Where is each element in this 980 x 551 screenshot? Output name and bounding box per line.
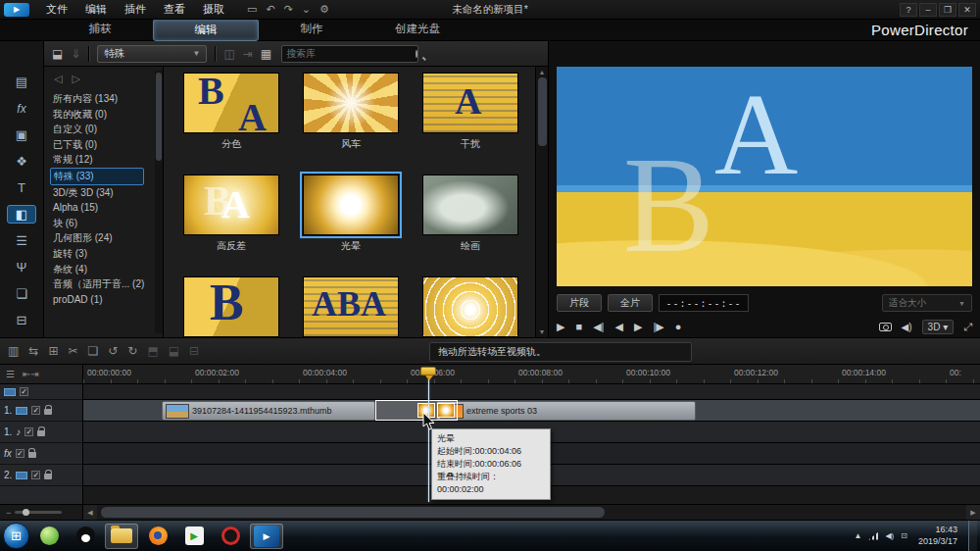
- menu-plugins[interactable]: 插件: [116, 2, 155, 17]
- category-stripes[interactable]: 条纹 (4): [50, 262, 163, 277]
- pip-room-icon[interactable]: ▣: [7, 125, 36, 144]
- tab-produce[interactable]: 制作: [259, 19, 365, 41]
- transition-thumb-glow[interactable]: [303, 175, 399, 235]
- transition-item-selected[interactable]: 光晕: [291, 175, 411, 269]
- taskbar-play-icon[interactable]: ▶: [177, 524, 211, 549]
- category-rotate[interactable]: 旋转 (3): [50, 246, 163, 262]
- subtitle-room-icon[interactable]: ⊟: [7, 311, 36, 329]
- magnet-snap-icon[interactable]: ⬓: [169, 344, 179, 358]
- track-list-icon[interactable]: ☰: [6, 369, 15, 379]
- menu-view[interactable]: 查看: [155, 2, 194, 17]
- capture-screen-icon[interactable]: ▭: [247, 3, 257, 16]
- scrollbar-thumb[interactable]: [538, 77, 547, 146]
- clip-mode-button[interactable]: 片段: [557, 294, 602, 312]
- transition-thumb-b[interactable]: B: [183, 276, 279, 337]
- network-icon[interactable]: [868, 532, 878, 540]
- show-desktop-button[interactable]: [968, 521, 977, 551]
- lock-icon[interactable]: [44, 474, 52, 479]
- category-special[interactable]: 特殊 (33): [50, 168, 144, 185]
- input-language-icon[interactable]: ⊡: [901, 531, 907, 540]
- transition-item[interactable]: [411, 276, 530, 337]
- lock-icon[interactable]: [28, 452, 36, 458]
- effect-room-icon[interactable]: fx: [7, 99, 36, 118]
- volume-icon[interactable]: ◀): [885, 531, 894, 540]
- previous-frame-button[interactable]: ◀|: [593, 321, 604, 333]
- undock-preview-icon[interactable]: ⤢: [963, 321, 972, 333]
- zoom-slider[interactable]: −: [0, 505, 83, 520]
- menu-file[interactable]: 文件: [37, 2, 76, 17]
- category-alpha[interactable]: Alpha (15): [50, 200, 163, 216]
- category-geometry[interactable]: 几何图形 (24): [50, 230, 163, 246]
- playhead-handle[interactable]: [420, 367, 436, 376]
- search-icon[interactable]: [416, 50, 417, 58]
- category-general[interactable]: 常规 (12): [50, 152, 163, 168]
- transition-thumb-paint[interactable]: [422, 175, 518, 235]
- transition-item[interactable]: 风车: [291, 73, 411, 167]
- transition-drop-target[interactable]: [375, 400, 458, 421]
- preview-quality-dropdown[interactable]: 适合大小 ▼: [882, 294, 972, 312]
- transition-item[interactable]: B A 分色: [172, 73, 291, 167]
- select-range-icon[interactable]: ⊞: [48, 344, 58, 358]
- record-dropdown-icon[interactable]: ⌄: [302, 3, 311, 16]
- zoom-out-icon[interactable]: −: [6, 508, 11, 518]
- grid-scrollbar[interactable]: ▲ ▼: [535, 67, 548, 337]
- trim-icon[interactable]: ❏: [88, 344, 99, 358]
- menu-edit[interactable]: 编辑: [76, 2, 116, 17]
- taskbar-firefox-icon[interactable]: [141, 524, 174, 549]
- taskbar-browser-icon[interactable]: [32, 524, 66, 549]
- transition-item[interactable]: B A 高反差: [172, 175, 291, 269]
- new-folder-icon[interactable]: ◫: [223, 47, 234, 61]
- import-media-icon[interactable]: ⬓: [52, 47, 63, 61]
- collapse-right-icon[interactable]: ▷: [72, 73, 79, 85]
- category-3d[interactable]: 3D/类 3D (34): [50, 185, 163, 201]
- category-all[interactable]: 所有内容 (134): [50, 91, 163, 107]
- lane-master[interactable]: [83, 384, 980, 400]
- tab-capture[interactable]: 捕获: [47, 19, 153, 41]
- track-enable-checkbox[interactable]: ✓: [16, 449, 24, 458]
- chapter-room-icon[interactable]: ❏: [7, 284, 36, 303]
- transition-room-icon[interactable]: ◧: [7, 205, 36, 224]
- category-audio[interactable]: 音频（适用于音... (2): [50, 276, 163, 292]
- play-button[interactable]: ▶: [557, 321, 564, 333]
- transition-item[interactable]: ABA: [291, 276, 411, 337]
- track-enable-checkbox[interactable]: ✓: [31, 471, 40, 479]
- timeline-ruler[interactable]: 00:00:00:00 00:00:02:00 00:00:04:00 00:0…: [83, 365, 980, 383]
- tray-expand-icon[interactable]: ▲: [855, 531, 862, 540]
- close-button[interactable]: ✕: [958, 3, 976, 17]
- start-button[interactable]: ⊞: [3, 523, 29, 549]
- track-enable-checkbox[interactable]: ✓: [20, 387, 28, 396]
- track-manager-icon[interactable]: ⬒: [147, 344, 158, 358]
- settings-gear-icon[interactable]: ⚙: [319, 3, 329, 16]
- movie-mode-button[interactable]: 全片: [608, 294, 653, 312]
- search-input[interactable]: [286, 48, 416, 59]
- timeline-clip-1[interactable]: 39107284-1411954415923.mthumb: [162, 401, 375, 421]
- minimize-button[interactable]: –: [919, 3, 937, 17]
- title-room-icon[interactable]: T: [7, 178, 36, 197]
- transition-item[interactable]: 绘画: [411, 175, 530, 269]
- ruler-options-icon[interactable]: ⇤⇥: [23, 369, 39, 379]
- transition-item[interactable]: A 干扰: [411, 73, 530, 167]
- storyboard-view-icon[interactable]: ⇆: [28, 344, 38, 358]
- collapse-left-icon[interactable]: ◁: [54, 73, 62, 85]
- media-room-icon[interactable]: ▤: [7, 73, 36, 91]
- marker-icon[interactable]: ⊟: [189, 344, 199, 358]
- help-button[interactable]: ?: [900, 3, 917, 17]
- taskbar-explorer-icon[interactable]: [105, 524, 138, 549]
- transition-thumb-contrast[interactable]: B A: [183, 175, 279, 235]
- volume-speaker-icon[interactable]: ◀): [902, 322, 912, 332]
- timeline-clip-2[interactable]: extreme sports 03: [436, 401, 696, 421]
- lock-icon[interactable]: [37, 430, 45, 436]
- scroll-up-icon[interactable]: ▲: [539, 67, 546, 77]
- transition-thumb-pinwheel[interactable]: [303, 73, 399, 133]
- redo-small-icon[interactable]: ↻: [127, 344, 137, 358]
- undo-small-icon[interactable]: ↺: [108, 344, 118, 358]
- category-prodad[interactable]: proDAD (1): [50, 292, 163, 308]
- next-frame-button[interactable]: |▶: [653, 321, 663, 333]
- split-clip-icon[interactable]: ✂: [68, 344, 77, 358]
- transition-thumb-swirl[interactable]: [422, 276, 518, 337]
- preview-timecode[interactable]: --:--:--:--: [659, 294, 749, 312]
- menu-capture[interactable]: 摄取: [194, 2, 233, 17]
- stop-button[interactable]: ■: [575, 321, 582, 332]
- step-back-button[interactable]: ◀: [614, 321, 622, 333]
- zoom-slider-thumb[interactable]: [23, 509, 29, 516]
